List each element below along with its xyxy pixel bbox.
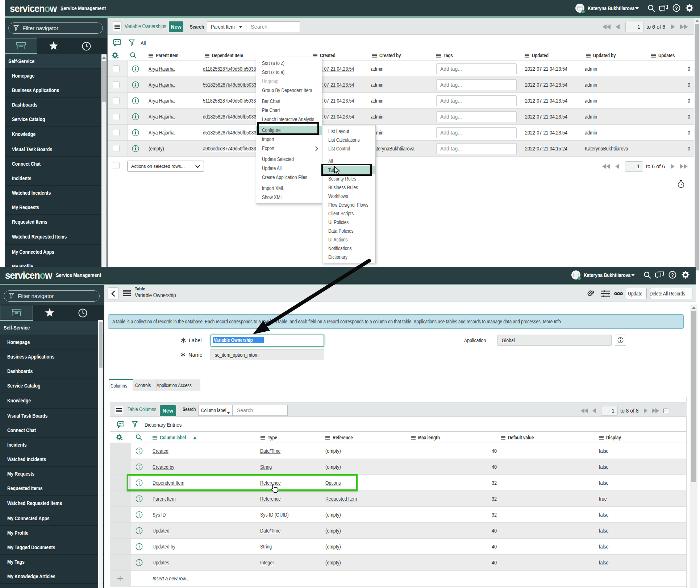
svg-text:?: ? bbox=[675, 5, 678, 11]
svg-text:?: ? bbox=[671, 272, 674, 278]
